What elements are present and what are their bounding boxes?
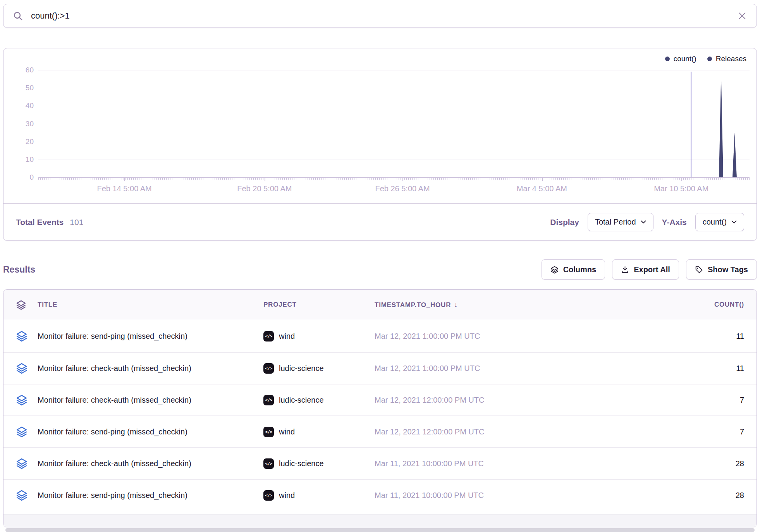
- gridline-50: [38, 88, 750, 88]
- event-title[interactable]: Monitor failure: check-auth (missed_chec…: [38, 364, 263, 373]
- event-title[interactable]: Monitor failure: send-ping (missed_check…: [38, 491, 263, 500]
- gridline-60: [38, 70, 750, 70]
- project-cell[interactable]: </> wind: [263, 331, 375, 342]
- event-timestamp: Mar 12, 2021 1:00:00 PM UTC: [375, 364, 694, 373]
- results-heading: Results: [3, 264, 35, 275]
- y-axis-tick-40: 40: [10, 101, 34, 110]
- results-table: TITLE PROJECT TIMESTAMP.TO_HOUR↓ COUNT()…: [3, 289, 757, 527]
- event-count: 28: [694, 459, 744, 468]
- x-axis-major-tick: [402, 177, 403, 181]
- export-all-button[interactable]: Export All: [612, 259, 679, 280]
- stack-header-icon[interactable]: [16, 300, 38, 310]
- discover-page: count() Releases 0102030405060Feb 14 5:0…: [0, 0, 760, 532]
- project-platform-icon: </>: [263, 331, 274, 342]
- search-bar: [3, 4, 757, 28]
- column-header-title[interactable]: TITLE: [38, 301, 263, 309]
- project-name: ludic-science: [279, 364, 324, 373]
- stack-row-icon: [16, 489, 38, 501]
- display-dropdown[interactable]: Total Period: [588, 213, 653, 231]
- x-axis-major-tick: [681, 177, 682, 181]
- event-timestamp: Mar 11, 2021 10:00:00 PM UTC: [375, 491, 694, 500]
- x-axis-tick-label: Feb 26 5:00 AM: [360, 184, 445, 193]
- stack-row-icon: [16, 458, 38, 469]
- x-axis-major-tick: [265, 177, 265, 181]
- stack-row-icon: [16, 362, 38, 374]
- y-axis-tick-20: 20: [10, 137, 34, 146]
- project-cell[interactable]: </> wind: [263, 427, 375, 437]
- count-series-dot: [665, 57, 670, 61]
- gridline-40: [38, 106, 750, 106]
- legend-item-count[interactable]: count(): [665, 55, 696, 63]
- clear-search-icon[interactable]: [737, 11, 747, 21]
- event-count: 7: [694, 427, 744, 436]
- y-axis-tick-50: 50: [10, 84, 34, 92]
- y-axis-dropdown-value: count(): [703, 218, 727, 227]
- search-icon: [13, 11, 23, 21]
- event-timestamp: Mar 12, 2021 12:00:00 PM UTC: [375, 396, 694, 405]
- project-name: wind: [279, 332, 295, 341]
- table-row[interactable]: Monitor failure: check-auth (missed_chec…: [3, 384, 757, 415]
- x-axis-tick-label: Mar 4 5:00 AM: [499, 184, 585, 193]
- download-icon: [621, 266, 629, 274]
- table-row[interactable]: Monitor failure: check-auth (missed_chec…: [3, 447, 757, 479]
- stack-row-icon: [16, 330, 38, 342]
- total-events-label: Total Events: [16, 218, 64, 227]
- table-row[interactable]: Monitor failure: send-ping (missed_check…: [3, 320, 757, 352]
- table-body: Monitor failure: send-ping (missed_check…: [3, 320, 757, 511]
- chart-footer: Total Events 101 Display Total Period Y-…: [3, 203, 757, 240]
- project-cell[interactable]: </> ludic-science: [263, 395, 375, 405]
- y-axis-dropdown[interactable]: count(): [695, 213, 744, 231]
- project-name: ludic-science: [279, 396, 324, 405]
- legend-label: count(): [674, 55, 696, 63]
- event-timestamp: Mar 12, 2021 12:00:00 PM UTC: [375, 427, 694, 436]
- table-row[interactable]: Monitor failure: send-ping (missed_check…: [3, 415, 757, 447]
- show-tags-button[interactable]: Show Tags: [686, 259, 757, 280]
- event-title[interactable]: Monitor failure: send-ping (missed_check…: [38, 332, 263, 341]
- display-label: Display: [550, 218, 579, 227]
- legend-item-releases[interactable]: Releases: [707, 55, 746, 63]
- column-header-count[interactable]: COUNT(): [694, 301, 744, 309]
- results-actions: Columns Export All Show Tags: [542, 259, 757, 280]
- event-title[interactable]: Monitor failure: check-auth (missed_chec…: [38, 396, 263, 405]
- table-header-row: TITLE PROJECT TIMESTAMP.TO_HOUR↓ COUNT(): [3, 290, 757, 320]
- event-title[interactable]: Monitor failure: send-ping (missed_check…: [38, 427, 263, 436]
- x-axis-tick-label: Mar 10 5:00 AM: [639, 184, 724, 193]
- columns-button[interactable]: Columns: [542, 259, 605, 280]
- table-row[interactable]: Monitor failure: send-ping (missed_check…: [3, 479, 757, 511]
- stack-row-icon: [16, 394, 38, 406]
- count-series-spike[interactable]: [732, 133, 737, 177]
- event-count: 28: [694, 491, 744, 500]
- project-platform-icon: </>: [263, 458, 274, 469]
- search-input[interactable]: [31, 11, 737, 21]
- events-chart[interactable]: 0102030405060Feb 14 5:00 AMFeb 20 5:00 A…: [3, 48, 757, 203]
- x-axis-minor-ticks: [38, 178, 750, 180]
- y-axis-tick-60: 60: [10, 66, 34, 74]
- project-platform-icon: </>: [263, 427, 274, 437]
- columns-button-label: Columns: [563, 265, 597, 274]
- bottom-edge-strip: [5, 528, 755, 532]
- chart-legend: count() Releases: [665, 55, 746, 63]
- x-axis-major-tick: [124, 177, 125, 181]
- project-name: wind: [279, 427, 295, 436]
- event-count: 11: [694, 332, 744, 341]
- x-axis-tick-label: Feb 14 5:00 AM: [82, 184, 167, 193]
- release-marker-line[interactable]: [691, 72, 691, 177]
- project-name: wind: [279, 491, 295, 500]
- project-cell[interactable]: </> wind: [263, 490, 375, 501]
- export-all-button-label: Export All: [634, 265, 670, 274]
- stack-row-icon: [16, 426, 38, 438]
- event-title[interactable]: Monitor failure: check-auth (missed_chec…: [38, 459, 263, 468]
- total-events-value: 101: [70, 218, 83, 227]
- column-header-project[interactable]: PROJECT: [263, 301, 375, 309]
- display-dropdown-value: Total Period: [595, 218, 636, 227]
- gridline-10: [38, 160, 750, 160]
- show-tags-button-label: Show Tags: [708, 265, 748, 274]
- project-cell[interactable]: </> ludic-science: [263, 363, 375, 374]
- layers-icon: [550, 266, 559, 274]
- results-header: Results Columns Export All Show Tags: [3, 259, 757, 280]
- table-row[interactable]: Monitor failure: check-auth (missed_chec…: [3, 352, 757, 384]
- column-header-timestamp[interactable]: TIMESTAMP.TO_HOUR↓: [375, 300, 694, 309]
- sort-desc-icon: ↓: [454, 300, 458, 309]
- y-axis-tick-30: 30: [10, 120, 34, 128]
- project-cell[interactable]: </> ludic-science: [263, 458, 375, 469]
